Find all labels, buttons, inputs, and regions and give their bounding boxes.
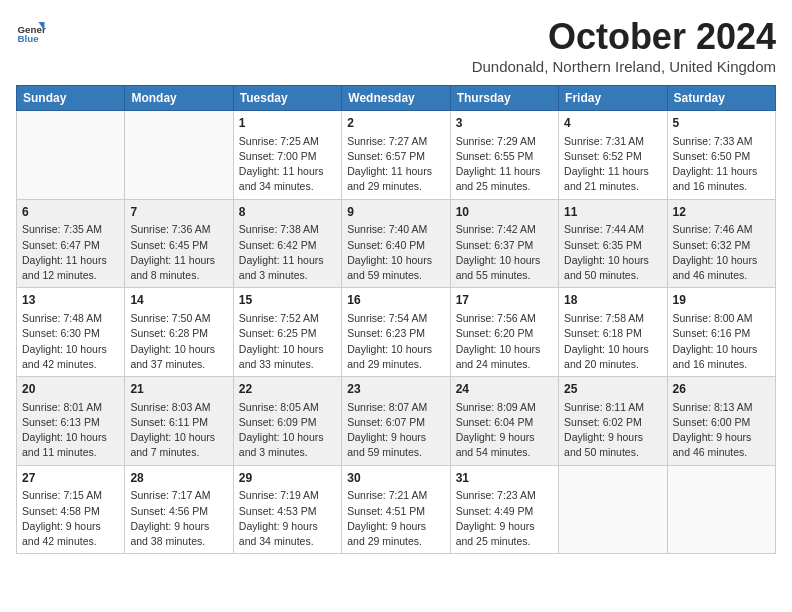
calendar-cell: 27Sunrise: 7:15 AMSunset: 4:58 PMDayligh… bbox=[17, 465, 125, 554]
calendar-week-row: 13Sunrise: 7:48 AMSunset: 6:30 PMDayligh… bbox=[17, 288, 776, 377]
calendar-week-row: 1Sunrise: 7:25 AMSunset: 7:00 PMDaylight… bbox=[17, 111, 776, 200]
calendar-cell: 10Sunrise: 7:42 AMSunset: 6:37 PMDayligh… bbox=[450, 199, 558, 288]
day-info: Sunrise: 8:00 AMSunset: 6:16 PMDaylight:… bbox=[673, 311, 770, 372]
day-info: Sunrise: 8:11 AMSunset: 6:02 PMDaylight:… bbox=[564, 400, 661, 461]
day-info: Sunrise: 7:54 AMSunset: 6:23 PMDaylight:… bbox=[347, 311, 444, 372]
day-info: Sunrise: 8:09 AMSunset: 6:04 PMDaylight:… bbox=[456, 400, 553, 461]
calendar-cell bbox=[125, 111, 233, 200]
day-number: 26 bbox=[673, 381, 770, 398]
day-number: 20 bbox=[22, 381, 119, 398]
header-friday: Friday bbox=[559, 86, 667, 111]
calendar-cell: 21Sunrise: 8:03 AMSunset: 6:11 PMDayligh… bbox=[125, 377, 233, 466]
calendar-cell: 3Sunrise: 7:29 AMSunset: 6:55 PMDaylight… bbox=[450, 111, 558, 200]
day-number: 7 bbox=[130, 204, 227, 221]
svg-text:Blue: Blue bbox=[18, 33, 40, 44]
month-title: October 2024 bbox=[472, 16, 776, 58]
logo: General Blue bbox=[16, 16, 46, 46]
calendar-cell: 14Sunrise: 7:50 AMSunset: 6:28 PMDayligh… bbox=[125, 288, 233, 377]
day-info: Sunrise: 7:38 AMSunset: 6:42 PMDaylight:… bbox=[239, 222, 336, 283]
day-number: 29 bbox=[239, 470, 336, 487]
calendar-cell: 19Sunrise: 8:00 AMSunset: 6:16 PMDayligh… bbox=[667, 288, 775, 377]
day-number: 30 bbox=[347, 470, 444, 487]
header-saturday: Saturday bbox=[667, 86, 775, 111]
calendar-cell: 31Sunrise: 7:23 AMSunset: 4:49 PMDayligh… bbox=[450, 465, 558, 554]
day-info: Sunrise: 7:36 AMSunset: 6:45 PMDaylight:… bbox=[130, 222, 227, 283]
header-tuesday: Tuesday bbox=[233, 86, 341, 111]
day-number: 13 bbox=[22, 292, 119, 309]
day-number: 12 bbox=[673, 204, 770, 221]
day-number: 22 bbox=[239, 381, 336, 398]
day-number: 15 bbox=[239, 292, 336, 309]
day-info: Sunrise: 7:52 AMSunset: 6:25 PMDaylight:… bbox=[239, 311, 336, 372]
calendar-cell bbox=[17, 111, 125, 200]
calendar-cell: 23Sunrise: 8:07 AMSunset: 6:07 PMDayligh… bbox=[342, 377, 450, 466]
day-number: 28 bbox=[130, 470, 227, 487]
day-number: 21 bbox=[130, 381, 227, 398]
day-number: 27 bbox=[22, 470, 119, 487]
day-number: 10 bbox=[456, 204, 553, 221]
day-number: 23 bbox=[347, 381, 444, 398]
calendar-cell: 13Sunrise: 7:48 AMSunset: 6:30 PMDayligh… bbox=[17, 288, 125, 377]
calendar-week-row: 27Sunrise: 7:15 AMSunset: 4:58 PMDayligh… bbox=[17, 465, 776, 554]
calendar-cell: 25Sunrise: 8:11 AMSunset: 6:02 PMDayligh… bbox=[559, 377, 667, 466]
day-info: Sunrise: 7:33 AMSunset: 6:50 PMDaylight:… bbox=[673, 134, 770, 195]
day-number: 25 bbox=[564, 381, 661, 398]
day-info: Sunrise: 7:15 AMSunset: 4:58 PMDaylight:… bbox=[22, 488, 119, 549]
day-number: 14 bbox=[130, 292, 227, 309]
calendar-cell: 6Sunrise: 7:35 AMSunset: 6:47 PMDaylight… bbox=[17, 199, 125, 288]
day-info: Sunrise: 8:05 AMSunset: 6:09 PMDaylight:… bbox=[239, 400, 336, 461]
day-info: Sunrise: 7:46 AMSunset: 6:32 PMDaylight:… bbox=[673, 222, 770, 283]
title-block: October 2024 Dundonald, Northern Ireland… bbox=[472, 16, 776, 81]
day-info: Sunrise: 7:25 AMSunset: 7:00 PMDaylight:… bbox=[239, 134, 336, 195]
day-number: 8 bbox=[239, 204, 336, 221]
calendar-cell: 5Sunrise: 7:33 AMSunset: 6:50 PMDaylight… bbox=[667, 111, 775, 200]
calendar-cell: 12Sunrise: 7:46 AMSunset: 6:32 PMDayligh… bbox=[667, 199, 775, 288]
calendar-cell: 18Sunrise: 7:58 AMSunset: 6:18 PMDayligh… bbox=[559, 288, 667, 377]
logo-icon: General Blue bbox=[16, 16, 46, 46]
day-number: 4 bbox=[564, 115, 661, 132]
day-number: 5 bbox=[673, 115, 770, 132]
day-info: Sunrise: 7:58 AMSunset: 6:18 PMDaylight:… bbox=[564, 311, 661, 372]
header-sunday: Sunday bbox=[17, 86, 125, 111]
day-number: 17 bbox=[456, 292, 553, 309]
day-info: Sunrise: 8:03 AMSunset: 6:11 PMDaylight:… bbox=[130, 400, 227, 461]
calendar-header-row: SundayMondayTuesdayWednesdayThursdayFrid… bbox=[17, 86, 776, 111]
day-info: Sunrise: 7:23 AMSunset: 4:49 PMDaylight:… bbox=[456, 488, 553, 549]
day-info: Sunrise: 8:01 AMSunset: 6:13 PMDaylight:… bbox=[22, 400, 119, 461]
calendar-cell: 7Sunrise: 7:36 AMSunset: 6:45 PMDaylight… bbox=[125, 199, 233, 288]
day-info: Sunrise: 7:50 AMSunset: 6:28 PMDaylight:… bbox=[130, 311, 227, 372]
calendar-week-row: 6Sunrise: 7:35 AMSunset: 6:47 PMDaylight… bbox=[17, 199, 776, 288]
calendar-cell bbox=[559, 465, 667, 554]
calendar-week-row: 20Sunrise: 8:01 AMSunset: 6:13 PMDayligh… bbox=[17, 377, 776, 466]
day-info: Sunrise: 7:48 AMSunset: 6:30 PMDaylight:… bbox=[22, 311, 119, 372]
calendar-cell: 4Sunrise: 7:31 AMSunset: 6:52 PMDaylight… bbox=[559, 111, 667, 200]
calendar-cell: 24Sunrise: 8:09 AMSunset: 6:04 PMDayligh… bbox=[450, 377, 558, 466]
header-monday: Monday bbox=[125, 86, 233, 111]
calendar-cell bbox=[667, 465, 775, 554]
day-number: 1 bbox=[239, 115, 336, 132]
day-info: Sunrise: 7:17 AMSunset: 4:56 PMDaylight:… bbox=[130, 488, 227, 549]
day-info: Sunrise: 7:42 AMSunset: 6:37 PMDaylight:… bbox=[456, 222, 553, 283]
day-number: 6 bbox=[22, 204, 119, 221]
day-number: 31 bbox=[456, 470, 553, 487]
calendar-table: SundayMondayTuesdayWednesdayThursdayFrid… bbox=[16, 85, 776, 554]
calendar-cell: 22Sunrise: 8:05 AMSunset: 6:09 PMDayligh… bbox=[233, 377, 341, 466]
day-info: Sunrise: 7:19 AMSunset: 4:53 PMDaylight:… bbox=[239, 488, 336, 549]
day-number: 16 bbox=[347, 292, 444, 309]
day-number: 19 bbox=[673, 292, 770, 309]
calendar-cell: 8Sunrise: 7:38 AMSunset: 6:42 PMDaylight… bbox=[233, 199, 341, 288]
header-wednesday: Wednesday bbox=[342, 86, 450, 111]
calendar-cell: 17Sunrise: 7:56 AMSunset: 6:20 PMDayligh… bbox=[450, 288, 558, 377]
day-info: Sunrise: 7:27 AMSunset: 6:57 PMDaylight:… bbox=[347, 134, 444, 195]
calendar-cell: 20Sunrise: 8:01 AMSunset: 6:13 PMDayligh… bbox=[17, 377, 125, 466]
calendar-cell: 11Sunrise: 7:44 AMSunset: 6:35 PMDayligh… bbox=[559, 199, 667, 288]
day-info: Sunrise: 7:31 AMSunset: 6:52 PMDaylight:… bbox=[564, 134, 661, 195]
calendar-cell: 28Sunrise: 7:17 AMSunset: 4:56 PMDayligh… bbox=[125, 465, 233, 554]
calendar-cell: 29Sunrise: 7:19 AMSunset: 4:53 PMDayligh… bbox=[233, 465, 341, 554]
calendar-cell: 15Sunrise: 7:52 AMSunset: 6:25 PMDayligh… bbox=[233, 288, 341, 377]
day-info: Sunrise: 7:44 AMSunset: 6:35 PMDaylight:… bbox=[564, 222, 661, 283]
day-number: 9 bbox=[347, 204, 444, 221]
header-thursday: Thursday bbox=[450, 86, 558, 111]
day-number: 18 bbox=[564, 292, 661, 309]
day-info: Sunrise: 7:29 AMSunset: 6:55 PMDaylight:… bbox=[456, 134, 553, 195]
